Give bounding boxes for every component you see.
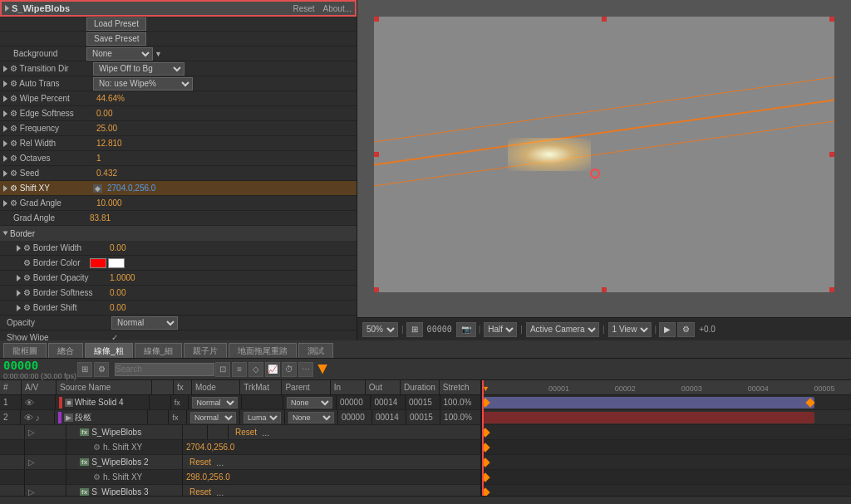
tl-add-marker[interactable]: ◇	[248, 362, 263, 377]
opacity-select[interactable]: Normal	[111, 316, 178, 330]
rel-width-value[interactable]: 12.810	[96, 139, 122, 148]
camera-btn[interactable]: 📷	[456, 322, 476, 337]
layer2-parent-select[interactable]: None	[288, 412, 334, 423]
edge-softness-value[interactable]: 0.00	[96, 109, 112, 118]
col-header-out: Out	[366, 380, 401, 394]
border-color-swatch-red[interactable]	[90, 258, 106, 268]
edge-soft-expand[interactable]	[3, 110, 7, 117]
camera-view-select[interactable]: Active Camera	[526, 322, 599, 337]
wb3-dots-btn[interactable]: ...	[216, 487, 224, 497]
sub-expand3[interactable]: ▷	[28, 487, 35, 496]
border-shift-value[interactable]: 0.00	[110, 303, 125, 312]
octaves-value[interactable]: 1	[96, 154, 101, 163]
freq-expand[interactable]	[3, 125, 7, 132]
border-section[interactable]: Border	[0, 226, 357, 241]
orange-line2	[374, 27, 834, 155]
tl-dots[interactable]: ⋯	[298, 362, 313, 377]
zoom-select[interactable]: 50%	[362, 322, 398, 337]
expand-icon2[interactable]	[3, 81, 7, 87]
tab-longfutu[interactable]: 龍框圖	[3, 343, 47, 358]
tab-linefine[interactable]: 線條_細	[135, 343, 183, 358]
frequency-value[interactable]: 25.00	[96, 124, 117, 133]
layer2-mode-select[interactable]: Normal	[190, 412, 236, 423]
bw-expand[interactable]	[17, 245, 21, 252]
seed-value[interactable]: 0.432	[96, 169, 117, 178]
wb2-reset-link[interactable]: Reset	[189, 458, 211, 467]
wb-reset-link[interactable]: Reset	[235, 428, 257, 437]
tl-clock[interactable]: ⏱	[282, 362, 297, 377]
tab-linethin[interactable]: 線條_粗	[85, 343, 133, 358]
layer1-parent-select[interactable]: None	[287, 397, 332, 409]
grad-angle-value[interactable]: 10.000	[96, 198, 122, 208]
bs-expand[interactable]	[17, 290, 21, 296]
transition-dir-row: ⚙ Transition Dir Wipe Off to Bg	[0, 61, 357, 76]
shift-xy-value[interactable]: 2704.0,256.0	[107, 183, 155, 193]
tl-view-options[interactable]: ≡	[232, 362, 247, 377]
transition-dir-select[interactable]: Wipe Off to Bg	[93, 62, 184, 76]
grad-angle2-value[interactable]: 83.81	[90, 213, 111, 223]
wipe-pct-expand[interactable]	[3, 95, 7, 102]
tl-settings[interactable]: ⚙	[94, 362, 109, 377]
glow-effect	[508, 138, 591, 171]
bo-expand[interactable]	[17, 275, 21, 281]
quality-select[interactable]: Half	[484, 322, 517, 337]
layer1-trkmat	[242, 395, 283, 409]
bshift-expand[interactable]	[17, 305, 21, 311]
tl-new-comp[interactable]: ⊞	[77, 362, 92, 377]
seed-expand[interactable]	[3, 170, 7, 177]
layer2-trkmat-select[interactable]: Luma	[243, 412, 281, 423]
fx-badge1: fx	[80, 428, 89, 436]
load-preset-button[interactable]: Load Preset	[86, 17, 146, 31]
save-preset-button[interactable]: Save Preset	[86, 32, 146, 46]
sub-expand2[interactable]: ▷	[28, 458, 35, 467]
layer2-fx[interactable]: fx	[169, 410, 187, 424]
wb2-dots-btn[interactable]: ...	[216, 458, 224, 467]
fit-btn[interactable]: ⊞	[406, 322, 423, 337]
tab-test[interactable]: 測試	[298, 343, 333, 358]
wipe-percent-value[interactable]: 44.64%	[96, 94, 125, 103]
eye-icon1[interactable]: 👁	[25, 398, 34, 408]
tab-ground[interactable]: 地面拖尾重踏	[229, 343, 297, 358]
track-bar-layer1[interactable]	[482, 397, 814, 409]
layer1-mode-select[interactable]: Normal	[192, 397, 238, 409]
border-collapse-icon[interactable]	[3, 232, 8, 236]
border-opacity-value[interactable]: 1.0000	[110, 273, 135, 282]
expand-icon[interactable]	[3, 66, 7, 72]
border-softness-value[interactable]: 0.00	[110, 288, 125, 297]
layer1-fx[interactable]: fx	[171, 395, 189, 409]
border-width-value[interactable]: 0.00	[110, 243, 125, 252]
border-color-swatch-white[interactable]	[108, 258, 125, 268]
settings-btn[interactable]: ⚙	[677, 322, 695, 337]
auto-trans-select[interactable]: No: use Wipe%	[93, 77, 193, 91]
tab-total[interactable]: 總合	[48, 343, 83, 358]
show-wipe-checkbox[interactable]: ✓	[111, 333, 118, 340]
tab-kinship[interactable]: 親子片	[184, 343, 227, 358]
reset-link[interactable]: Reset	[293, 4, 314, 13]
track-bar-layer2[interactable]	[482, 412, 814, 423]
tl-filter[interactable]: ⊡	[215, 362, 230, 377]
collapse-icon[interactable]	[5, 5, 9, 12]
sxy2-value-text[interactable]: 298.0,256.0	[186, 472, 230, 482]
relw-expand[interactable]	[3, 140, 7, 147]
center-dot[interactable]	[590, 169, 600, 179]
oct-expand[interactable]	[3, 155, 7, 162]
sub-expand1[interactable]: ▷	[28, 428, 35, 437]
about-link[interactable]: About...	[323, 4, 352, 13]
audio-icon2[interactable]: ♪	[35, 413, 40, 423]
sxy1-value-text[interactable]: 2704.0,256.0	[186, 443, 234, 452]
keyframe-icon[interactable]: ◆	[93, 184, 102, 193]
wb-dots-btn[interactable]: ...	[262, 428, 269, 438]
background-select[interactable]: None	[86, 47, 153, 61]
eye-icon2[interactable]: 👁	[24, 413, 33, 423]
tl-search-input[interactable]	[115, 363, 214, 376]
view-layout-select[interactable]: 1 View	[608, 322, 652, 337]
shiftxy-expand[interactable]	[3, 185, 7, 192]
track-sublayer-wb	[482, 425, 851, 440]
frequency-row: ⚙ Frequency 25.00	[0, 121, 357, 136]
main-timecode[interactable]: 00000	[3, 359, 71, 372]
render-btn[interactable]: ▶	[659, 322, 676, 337]
grad-expand[interactable]	[3, 200, 7, 207]
tl-graph[interactable]: 📈	[265, 362, 280, 377]
wb3-reset-link[interactable]: Reset	[189, 487, 211, 496]
h-scrollbar[interactable]	[0, 496, 851, 504]
